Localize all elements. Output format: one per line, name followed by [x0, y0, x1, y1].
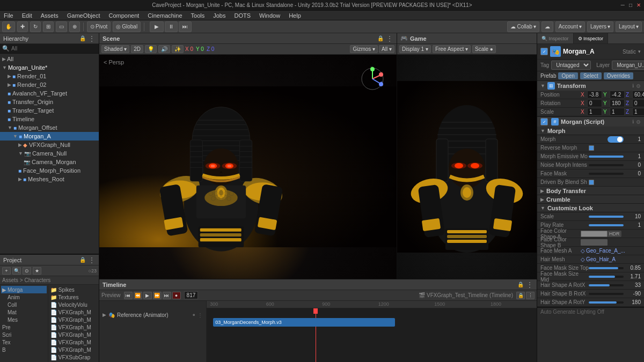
hierarchy-item-morgan-unite[interactable]: ▼ Morgan_Unite*: [0, 63, 99, 72]
timeline-play-btn[interactable]: ▶: [143, 292, 152, 299]
prefab-open-btn[interactable]: Open: [558, 72, 577, 79]
scene-canvas[interactable]: < Persp Y: [99, 55, 397, 279]
script-header[interactable]: ✓ # Morgan (Script) ℹ ⚙: [537, 117, 644, 127]
hierarchy-item-camera-null[interactable]: ▼ 📷 Camera_Null: [0, 149, 99, 158]
close-btn[interactable]: ✕: [636, 2, 641, 8]
toolbar-hand-tool[interactable]: ✋: [2, 21, 15, 32]
timeline-end-btn[interactable]: ⏭: [163, 292, 171, 299]
rotation-y-input[interactable]: [610, 99, 625, 107]
file-vfxgraph2[interactable]: 📄 VFXGraph_M: [49, 316, 98, 323]
menu-component[interactable]: Component: [107, 12, 141, 19]
project-add-btn[interactable]: +: [2, 267, 11, 275]
hierarchy-item-render01[interactable]: ▶ ■ Render_01: [0, 72, 99, 80]
tree-item-mat[interactable]: Mat: [1, 308, 47, 316]
tree-item-tex[interactable]: Tex: [1, 338, 47, 346]
scale-y-input[interactable]: [610, 108, 625, 116]
aspect-dropdown[interactable]: Free Aspect ▾: [433, 45, 471, 53]
hierarchy-item-all[interactable]: ▶ All: [0, 55, 99, 63]
menu-help[interactable]: Help: [287, 12, 303, 19]
tree-item-mes[interactable]: Mes: [1, 316, 47, 323]
track-menu-icon[interactable]: ⋮: [197, 312, 203, 318]
hierarchy-item-vfxgraph-null[interactable]: ▶ ◆ VFXGraph_Null: [0, 141, 99, 149]
face-mesh-a-ref[interactable]: ◇ Geo_Face_A_...: [581, 248, 625, 254]
menu-assets[interactable]: Assets: [39, 12, 60, 19]
tree-item-anim[interactable]: Anim: [1, 293, 47, 301]
collab-button[interactable]: ☁ Collab ▾: [507, 21, 539, 32]
file-vfxgraph4[interactable]: 📄 VFXGraph_M: [49, 331, 98, 338]
face-color-b-swatch[interactable]: [581, 239, 608, 246]
layout-button[interactable]: Layout ▾: [616, 21, 642, 32]
cloud-icon-btn[interactable]: ☁: [541, 21, 553, 32]
display-dropdown[interactable]: Display 1 ▾: [399, 45, 431, 53]
script-checkbox[interactable]: ✓: [540, 118, 548, 125]
pause-button[interactable]: ⏸: [165, 21, 178, 32]
face-mask-slider[interactable]: [589, 173, 624, 175]
timeline-clip[interactable]: 03_MorganDecends_Morph.v3: [213, 318, 394, 327]
face-mask-top-slider[interactable]: [589, 267, 624, 269]
timeline-next-btn[interactable]: ⏩: [153, 292, 162, 299]
static-dropdown-icon[interactable]: ▾: [638, 49, 641, 54]
frame-counter[interactable]: 817: [184, 291, 199, 299]
scale-x-input[interactable]: [587, 108, 602, 116]
prefab-select-btn[interactable]: Select: [580, 72, 602, 79]
project-lock-icon[interactable]: 🔒: [79, 257, 86, 263]
hierarchy-lock-icon[interactable]: 🔒: [79, 35, 86, 41]
menu-file[interactable]: File: [2, 12, 15, 19]
toolbar-rotate-tool[interactable]: ↻: [30, 21, 41, 32]
morph-emissive-slider[interactable]: [589, 156, 624, 158]
2d-toggle[interactable]: 2D: [131, 45, 143, 53]
shaded-dropdown[interactable]: Shaded ▾: [101, 45, 129, 53]
hierarchy-item-transfer-origin[interactable]: ■ Transfer_Origin: [0, 98, 99, 106]
file-velocityvolume[interactable]: 📄 VelocityVolu: [49, 301, 98, 308]
script-gear-icon[interactable]: ⚙: [636, 119, 641, 125]
hierarchy-search-input[interactable]: [11, 46, 97, 51]
file-textures[interactable]: 📁 Textures: [49, 293, 98, 301]
timeline-prev-btn[interactable]: ⏪: [134, 292, 142, 299]
hair-shape-a-roty-slider[interactable]: [589, 301, 624, 304]
play-button[interactable]: ▶: [150, 21, 164, 32]
driven-blend-checkbox[interactable]: [589, 180, 594, 185]
layer-dropdown[interactable]: Morgan_U...: [612, 61, 644, 70]
rotation-x-input[interactable]: [587, 99, 602, 107]
menu-cinemachine[interactable]: Cinemachine: [146, 12, 184, 19]
audio-toggle[interactable]: 🔊: [158, 45, 170, 53]
effects-toggle[interactable]: ✨: [172, 45, 184, 53]
timeline-start-btn[interactable]: ⏮: [124, 292, 133, 299]
transform-gear-icon[interactable]: ⚙: [636, 83, 641, 89]
hair-shape-a-rotx-slider[interactable]: [589, 284, 624, 286]
hierarchy-item-camera-morgan[interactable]: 📷 Camera_Morgan: [0, 158, 99, 166]
hierarchy-item-morgan-offset[interactable]: ▼ ■ Morgan_Offset: [0, 123, 99, 132]
inspector-tab-2[interactable]: ⚙ Inspector: [574, 33, 609, 43]
menu-tools[interactable]: Tools: [189, 12, 207, 19]
position-x-input[interactable]: [587, 91, 602, 99]
toolbar-rect-tool[interactable]: ▭: [56, 21, 67, 32]
timeline-settings-btn[interactable]: ⋮: [526, 292, 535, 299]
toolbar-global[interactable]: ◎ Global: [113, 21, 141, 32]
minimize-btn[interactable]: ─: [621, 2, 625, 8]
file-spikes[interactable]: 📁 Spikes: [49, 286, 98, 293]
layers-button[interactable]: Layers ▾: [587, 21, 613, 32]
menu-gameobject[interactable]: GameObject: [65, 12, 102, 19]
menu-window[interactable]: Window: [258, 12, 282, 19]
inspector-tab-1[interactable]: 🔍 Inspector: [537, 33, 574, 43]
tree-item-coll[interactable]: Coll: [1, 301, 47, 308]
crumble-foldout[interactable]: ▶ Crumble: [537, 195, 644, 204]
scale-z-input[interactable]: [632, 108, 644, 116]
menu-jobs[interactable]: Jobs: [211, 12, 227, 19]
hierarchy-item-render02[interactable]: ▶ ■ Render_02: [0, 80, 99, 89]
prefab-overrides-btn[interactable]: Overrides: [604, 72, 633, 79]
hierarchy-item-morgan-a[interactable]: ▼ ■ Morgan_A: [0, 132, 99, 141]
timeline-menu-icon[interactable]: ⋮: [526, 280, 533, 289]
timeline-lock-btn[interactable]: 🔒: [516, 292, 525, 299]
project-filter-btn[interactable]: ⊙: [23, 267, 31, 275]
gizmos-dropdown[interactable]: Gizmos ▾: [350, 45, 378, 53]
file-vfxsubgraph1[interactable]: 📄 VFXSubGrap: [49, 353, 98, 361]
object-checkbox[interactable]: ✓: [540, 48, 548, 55]
project-search-btn[interactable]: 🔍: [12, 267, 21, 275]
file-vfxgraph1[interactable]: 📄 VFXGraph_M: [49, 308, 98, 316]
file-vfxgraph3[interactable]: 📄 VFXGraph_M: [49, 323, 98, 331]
reverse-morph-checkbox[interactable]: [589, 145, 594, 151]
hierarchy-item-transfer-target[interactable]: ■ Transfer_Target: [0, 106, 99, 115]
maximize-btn[interactable]: □: [629, 2, 632, 8]
position-z-input[interactable]: [632, 91, 644, 99]
